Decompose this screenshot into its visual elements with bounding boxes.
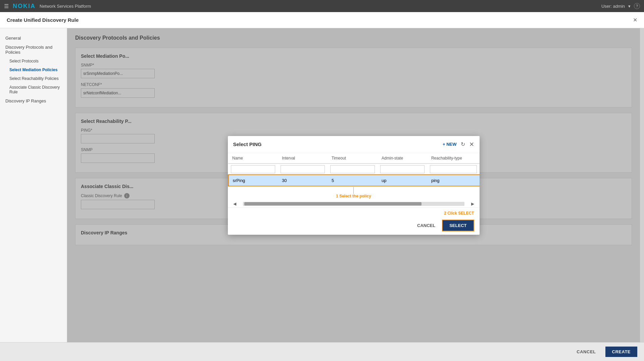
cancel-button[interactable]: CANCEL (570, 347, 602, 357)
modal-refresh-button[interactable]: ↻ (461, 141, 465, 147)
sidebar-item-select-protocols[interactable]: Select Protocols (0, 57, 67, 65)
modal-cancel-button[interactable]: CANCEL (413, 221, 439, 230)
panel-body: General Discovery Protocols and Policies… (0, 28, 644, 342)
cell-admin-state: up (378, 175, 427, 186)
sidebar-item-discovery-protocols[interactable]: Discovery Protocols and Policies (0, 43, 67, 57)
help-icon[interactable]: ? (634, 3, 640, 9)
panel-header: Create Unified Discovery Rule ✕ (0, 12, 644, 28)
user-label: User: admin (601, 4, 625, 9)
col-name: Name (228, 153, 278, 164)
ping-table: Name Interval Timeout Admin-state Reacha… (228, 153, 480, 186)
main-panel: Create Unified Discovery Rule ✕ General … (0, 12, 644, 361)
modal-button-row: CANCEL SELECT (413, 220, 474, 231)
filter-name[interactable] (231, 165, 275, 173)
modal-close-button[interactable]: ✕ (469, 141, 474, 148)
annotation-2: 2 Click SELECT (444, 211, 474, 216)
modal-title: Select PING (233, 141, 262, 147)
filter-row (228, 164, 480, 175)
nokia-logo: NOKIA (13, 3, 36, 10)
table-header-row: Name Interval Timeout Admin-state Reacha… (228, 153, 480, 164)
modal-body: Name Interval Timeout Admin-state Reacha… (228, 153, 480, 198)
table-row[interactable]: srPing 30 5 up ping (228, 175, 480, 186)
annotation-1: 1 Select the policy (228, 187, 480, 198)
sidebar-item-general[interactable]: General (0, 34, 67, 43)
modal-select-button[interactable]: SELECT (442, 220, 474, 231)
col-timeout: Timeout (328, 153, 378, 164)
main-content: Discovery Protocols and Policies Select … (67, 28, 640, 342)
scroll-left-arrow[interactable]: ◀ (233, 201, 236, 206)
topbar: ☰ NOKIA Network Services Platform User: … (0, 0, 644, 12)
col-interval: Interval (278, 153, 328, 164)
modal-header-actions: + NEW ↻ ✕ (443, 141, 474, 148)
cell-reachability-type: ping (427, 175, 480, 186)
sidebar: General Discovery Protocols and Policies… (0, 28, 67, 342)
col-reachability-type: Reachability-type (427, 153, 480, 164)
vertical-scrollbar[interactable] (640, 28, 644, 342)
app-title: Network Services Platform (40, 4, 91, 9)
filter-reachability-type[interactable] (430, 165, 477, 173)
sidebar-item-discovery-ip[interactable]: Discovery IP Ranges (0, 96, 67, 105)
cell-timeout: 5 (328, 175, 378, 186)
sidebar-item-select-mediation[interactable]: Select Mediation Policies (0, 65, 67, 74)
filter-timeout[interactable] (330, 165, 375, 173)
bottom-bar: CANCEL CREATE (0, 342, 644, 361)
modal-overlay: Select PING + NEW ↻ ✕ (67, 28, 640, 342)
sidebar-item-associate-classic[interactable]: Associate Classic Discovery Rule (0, 83, 67, 96)
scrollbar-row: ◀ ▶ (233, 200, 474, 207)
col-admin-state: Admin-state (378, 153, 427, 164)
panel-title: Create Unified Discovery Rule (7, 17, 79, 23)
filter-interval[interactable] (281, 165, 325, 173)
user-dropdown-icon[interactable]: ▾ (628, 4, 631, 9)
menu-icon[interactable]: ☰ (4, 3, 9, 9)
modal-scrollbar-container: ◀ ▶ (228, 198, 480, 207)
ping-table-wrapper: Name Interval Timeout Admin-state Reacha… (228, 153, 480, 198)
scrollbar-thumb (244, 202, 422, 206)
modal-header: Select PING + NEW ↻ ✕ (228, 136, 480, 153)
select-ping-modal: Select PING + NEW ↻ ✕ (228, 136, 480, 235)
modal-footer: 2 Click SELECT CANCEL SELECT (228, 207, 480, 235)
cell-interval: 30 (278, 175, 328, 186)
horizontal-scrollbar[interactable] (243, 202, 464, 206)
panel-close-button[interactable]: ✕ (633, 17, 637, 23)
modal-new-button[interactable]: + NEW (443, 142, 457, 147)
topbar-right: User: admin ▾ ? (601, 3, 640, 9)
cell-name: srPing (228, 175, 278, 186)
topbar-left: ☰ NOKIA Network Services Platform (4, 3, 91, 10)
filter-admin-state[interactable] (380, 165, 425, 173)
scroll-right-arrow[interactable]: ▶ (471, 201, 474, 206)
sidebar-item-select-reachability[interactable]: Select Reachability Policies (0, 74, 67, 83)
create-button[interactable]: CREATE (605, 347, 637, 357)
